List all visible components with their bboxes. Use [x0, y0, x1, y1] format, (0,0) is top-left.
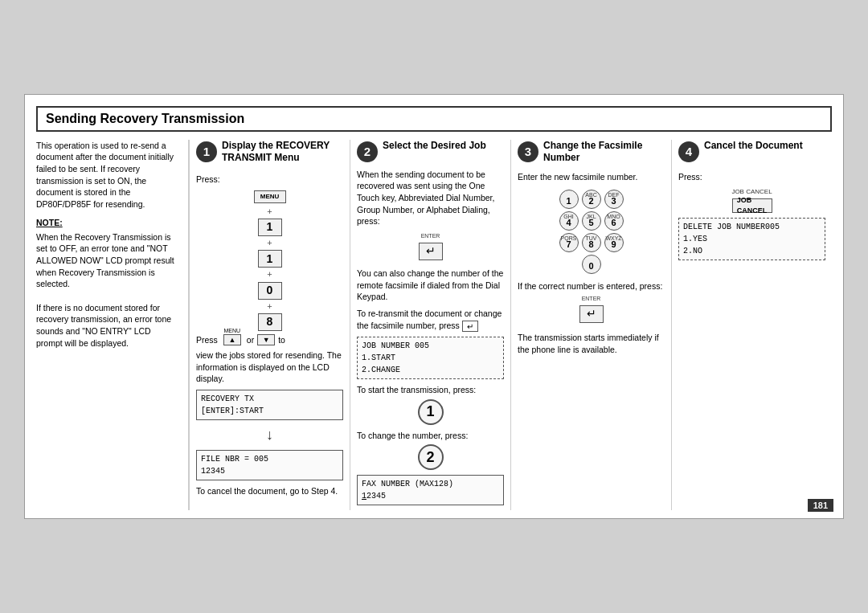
step1-nav-row: Press ▲ MENU or ▼ to — [196, 334, 343, 346]
steps-container: 1 Display the RECOVERY TRANSMIT Menu Pre… — [189, 140, 832, 511]
step-2-body: When the sending document to be recovere… — [357, 169, 504, 511]
step1-lcd1: RECOVERY TX [ENTER]:START — [196, 390, 343, 420]
step2-enter1-key[interactable]: ↵ — [419, 243, 443, 260]
step-3-title: Change the Facsimile Number — [543, 140, 665, 165]
key-4[interactable]: GHI 4 — [559, 211, 579, 231]
page-container: Sending Recovery Transmission This opera… — [24, 94, 844, 520]
step2-desc3: To re-transmit the document or change th… — [357, 308, 504, 332]
step2-circle-2[interactable]: 2 — [418, 444, 444, 470]
step2-fax-lcd: FAX NUMBER (MAX128) 12345 — [357, 475, 504, 505]
key-7[interactable]: PQRS 7 — [559, 233, 579, 252]
step2-enter1-container: ENTER ↵ — [357, 232, 504, 263]
step1-lcd2-line2: 12345 — [201, 465, 338, 477]
key-0[interactable]: 0 — [258, 282, 282, 300]
step-3-column: 3 Change the Facsimile Number Enter the … — [510, 140, 671, 511]
step-3-body: Enter the new facsimile number. 1 ABC 2 — [518, 171, 665, 510]
step3-if-correct: If the correct number is entered, press: — [518, 280, 665, 292]
key-6[interactable]: MNO 6 — [604, 211, 624, 231]
step2-change-label: To change the number, press: — [357, 430, 504, 442]
step-4-body: Press: JOB CANCEL JOBCANCEL DELETE JOB N… — [678, 169, 825, 511]
step1-press: Press: — [196, 174, 343, 186]
key-1-first[interactable]: 1 — [258, 219, 282, 236]
main-content: This operation is used to re-send a docu… — [36, 140, 832, 511]
step4-press: Press: — [678, 171, 825, 183]
menu-up-btn[interactable]: ▲ MENU — [223, 334, 241, 345]
step4-lcd: DELETE JOB NUMBER005 1.YES 2.NO — [678, 218, 825, 260]
menu-button[interactable]: MENU — [254, 190, 286, 203]
step2-desc2: You can also change the number of the re… — [357, 268, 504, 303]
key-3[interactable]: DEF 3 — [604, 190, 624, 209]
step2-fax-lcd-line1: FAX NUMBER (MAX128) — [362, 478, 499, 490]
step-1-number: 1 — [196, 141, 217, 162]
step1-lcd2-line1: FILE NBR = 005 — [201, 453, 338, 465]
step-2-number: 2 — [357, 141, 378, 162]
note-text: When the Recovery Transmission is set to… — [36, 231, 178, 349]
key-2[interactable]: ABC 2 — [582, 190, 601, 209]
key-8[interactable]: 8 — [258, 313, 282, 331]
key-0[interactable]: 0 — [582, 255, 601, 274]
step2-circle-1[interactable]: 1 — [418, 399, 444, 425]
step-2-header: 2 Select the Desired Job — [357, 140, 504, 162]
step2-lcd1-line3: 2.CHANGE — [362, 364, 499, 376]
key-8[interactable]: TUV 8 — [582, 233, 601, 252]
step1-cancel-note: To cancel the document, go to Step 4. — [196, 485, 343, 497]
left-column: This operation is used to re-send a docu… — [36, 140, 189, 511]
keypad-row-3: PQRS 7 TUV 8 WXYZ 9 — [555, 233, 628, 252]
step1-lcd1-line1: RECOVERY TX — [201, 393, 338, 405]
step2-desc1: When the sending document to be recovere… — [357, 169, 504, 227]
step-1-header: 1 Display the RECOVERY TRANSMIT Menu — [196, 140, 343, 165]
step2-fax-lcd-line2: 12345 — [362, 490, 499, 502]
press-label: Press — [196, 334, 218, 346]
key-9[interactable]: WXYZ 9 — [604, 233, 624, 252]
step-4-number: 4 — [678, 141, 699, 162]
step-2-column: 2 Select the Desired Job When the sendin… — [350, 140, 510, 511]
step-4-title: Cancel the Document — [704, 140, 803, 153]
plus-1: + — [267, 206, 272, 218]
step-4-column: 4 Cancel the Document Press: JOB CANCEL … — [671, 140, 832, 511]
key-1-second[interactable]: 1 — [258, 250, 282, 268]
to-label: to — [278, 334, 285, 346]
step1-lcd1-line2: [ENTER]:START — [201, 405, 338, 417]
job-cancel-button[interactable]: JOBCANCEL — [732, 198, 772, 213]
step2-lcd1-line1: JOB NUMBER 005 — [362, 340, 499, 352]
page-number: 181 — [808, 499, 833, 512]
plus-3: + — [267, 268, 272, 280]
note-title: NOTE: — [36, 217, 178, 229]
menu-down-btn[interactable]: ▼ — [257, 334, 275, 345]
step1-nav-desc: view the jobs stored for resending. The … — [196, 349, 343, 385]
keypad-row-4: 0 — [555, 255, 628, 274]
step2-start-label: To start the transmission, press: — [357, 384, 504, 396]
step-4-header: 4 Cancel the Document — [678, 140, 825, 162]
step-3-number: 3 — [518, 141, 538, 162]
keypad-row-2: GHI 4 JKL 5 MNO 6 — [555, 211, 628, 231]
intro-text: This operation is used to re-send a docu… — [36, 140, 178, 210]
step-1-body: Press: MENU + 1 + 1 + 0 + 8 — [196, 171, 343, 510]
step-1-title: Display the RECOVERY TRANSMIT Menu — [222, 140, 343, 165]
menu-label-top: MENU — [224, 327, 241, 335]
step3-enter-container: ENTER ↵ — [518, 295, 665, 325]
arrow-down-1: ↓ — [196, 425, 343, 445]
step-2-title: Select the Desired Job — [383, 140, 486, 153]
step2-enter1-label: ENTER — [421, 232, 440, 240]
step4-lcd-line1: DELETE JOB NUMBER005 — [683, 221, 821, 233]
key-1[interactable]: 1 — [559, 190, 579, 209]
step3-enter-label: ENTER — [582, 295, 601, 303]
step3-enter-key[interactable]: ↵ — [579, 305, 604, 323]
step2-lcd1: JOB NUMBER 005 1.START 2.CHANGE — [357, 337, 504, 379]
step3-transmission-note: The transmission starts immediately if t… — [518, 332, 665, 355]
plus-2: + — [267, 237, 272, 249]
key-5[interactable]: JKL 5 — [582, 211, 601, 231]
step-3-header: 3 Change the Facsimile Number — [518, 140, 665, 165]
step3-desc1: Enter the new facsimile number. — [518, 171, 665, 183]
page-title: Sending Recovery Transmission — [36, 106, 832, 132]
step3-keypad: 1 ABC 2 DEF 3 — [555, 190, 628, 274]
plus-4: + — [267, 300, 272, 313]
step4-lcd-line3: 2.NO — [683, 245, 821, 257]
keypad-row-1: 1 ABC 2 DEF 3 — [555, 190, 628, 209]
step-1-column: 1 Display the RECOVERY TRANSMIT Menu Pre… — [189, 140, 350, 511]
step1-lcd2: FILE NBR = 005 12345 — [196, 450, 343, 480]
step2-lcd1-line2: 1.START — [362, 352, 499, 364]
or-label: or — [247, 334, 254, 346]
step4-lcd-line2: 1.YES — [683, 233, 821, 245]
